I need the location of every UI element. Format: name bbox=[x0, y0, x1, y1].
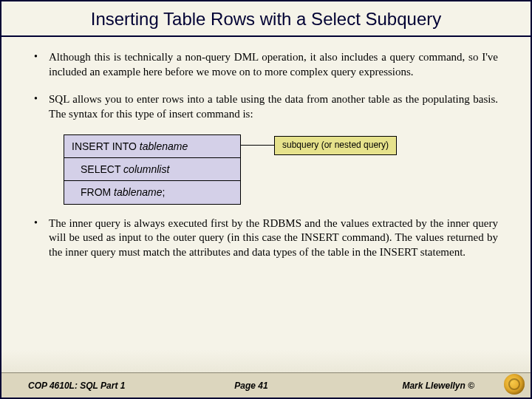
footer-page: Page 41 bbox=[177, 381, 325, 391]
keyword: FROM bbox=[81, 186, 114, 198]
ucf-logo-icon bbox=[504, 374, 525, 395]
terminator: ; bbox=[163, 186, 166, 198]
title-bar: Inserting Table Rows with a Select Subqu… bbox=[1, 1, 531, 37]
bullet-marker: • bbox=[34, 216, 49, 260]
bullet-marker: • bbox=[34, 50, 49, 79]
bullet-item: • The inner query is always executed fir… bbox=[34, 216, 498, 260]
bullet-marker: • bbox=[34, 92, 49, 121]
syntax-box: INSERT INTO tablename SELECT columnlist … bbox=[64, 134, 241, 205]
identifier: tablename bbox=[114, 186, 162, 198]
syntax-line-1: INSERT INTO tablename bbox=[64, 135, 240, 158]
bullet-item: • SQL allows you to enter rows into a ta… bbox=[34, 92, 498, 121]
content-area: • Although this is technically a non-que… bbox=[1, 37, 531, 259]
callout-label: subquery (or nested query) bbox=[274, 136, 397, 155]
bullet-text: Although this is technically a non-query… bbox=[49, 50, 498, 79]
keyword: INSERT INTO bbox=[72, 140, 140, 152]
slide: Inserting Table Rows with a Select Subqu… bbox=[0, 0, 532, 399]
slide-title: Inserting Table Rows with a Select Subqu… bbox=[24, 9, 508, 30]
keyword: SELECT bbox=[81, 163, 123, 175]
footer: COP 4610L: SQL Part 1 Page 41 Mark Llewe… bbox=[1, 372, 531, 398]
syntax-line-2: SELECT columnlist bbox=[64, 158, 240, 181]
syntax-line-3: FROM tablename; bbox=[64, 181, 240, 203]
footer-left: COP 4610L: SQL Part 1 bbox=[28, 381, 177, 391]
footer-author: Mark Llewellyn © bbox=[326, 381, 504, 391]
syntax-block: INSERT INTO tablename SELECT columnlist … bbox=[64, 134, 498, 205]
bullet-text: SQL allows you to enter rows into a tabl… bbox=[49, 92, 498, 121]
bullet-item: • Although this is technically a non-que… bbox=[34, 50, 498, 79]
identifier: columnlist bbox=[123, 163, 169, 175]
identifier: tablename bbox=[140, 140, 188, 152]
callout-connector bbox=[241, 145, 274, 146]
bullet-text: The inner query is always executed first… bbox=[49, 216, 498, 260]
